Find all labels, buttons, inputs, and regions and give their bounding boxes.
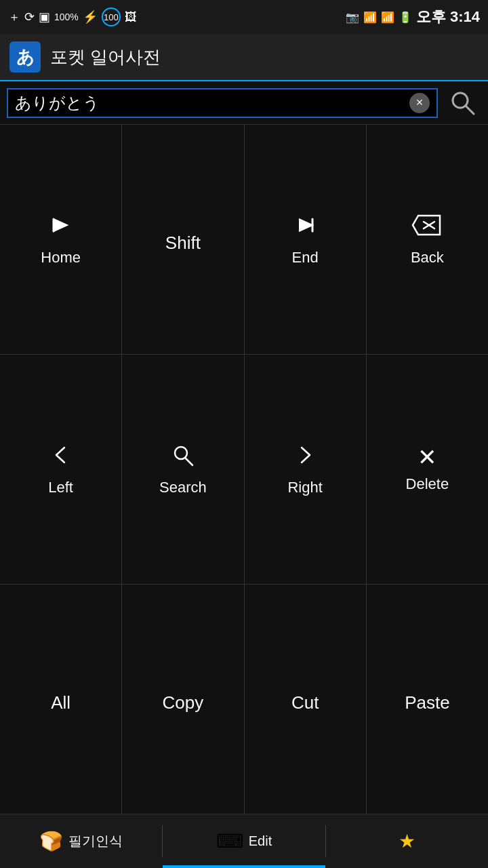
usb-icon: ⚡: [83, 9, 98, 24]
search-bar: ありがとう ×: [0, 81, 488, 125]
paste-key[interactable]: Paste: [367, 585, 488, 814]
left-icon: [48, 442, 74, 472]
camera-icon: 📷: [346, 11, 359, 24]
right-key[interactable]: Right: [245, 355, 366, 584]
paste-label: Paste: [405, 692, 450, 713]
bottom-bar: 🍞 필기인식 ⌨ Edit ★: [0, 814, 488, 868]
wifi-icon: 📶: [363, 11, 377, 24]
app-icon: あ: [9, 41, 41, 73]
circle-100-icon: 100: [102, 7, 121, 26]
battery-icon: 🔋: [399, 11, 412, 24]
home-icon: [48, 212, 74, 242]
tab-edit[interactable]: ⌨ Edit: [163, 814, 325, 868]
svg-line-7: [185, 458, 192, 465]
edit-label: Edit: [249, 833, 272, 849]
search-input-wrapper[interactable]: ありがとう ×: [7, 88, 438, 118]
shift-key[interactable]: Shift: [122, 125, 243, 354]
tab-favorites[interactable]: ★: [326, 814, 488, 868]
sync-icon: ⟳: [24, 9, 35, 24]
left-label: Left: [48, 479, 73, 496]
copy-label: Copy: [163, 692, 204, 713]
keyboard-area: Home Shift End Back Le: [0, 125, 488, 814]
delete-icon: ✕: [418, 446, 436, 469]
end-label: End: [292, 249, 319, 267]
image-icon: 🖼: [125, 10, 137, 24]
status-icons-right: 📷 📶 📶 🔋 오후 3:14: [346, 7, 480, 27]
handwriting-icon: 🍞: [39, 830, 63, 852]
handwriting-label: 필기인식: [68, 832, 123, 850]
clear-button[interactable]: ×: [409, 93, 430, 113]
app-header: あ 포켓 일어사전: [0, 34, 488, 81]
copy-key[interactable]: Copy: [122, 585, 243, 814]
search-key[interactable]: Search: [122, 355, 243, 584]
status-bar: ＋ ⟳ ▣ 100% ⚡ 100 🖼 📷 📶 📶 🔋 오후 3:14: [0, 0, 488, 34]
svg-line-1: [466, 106, 474, 114]
back-key[interactable]: Back: [367, 125, 488, 354]
star-icon: ★: [399, 830, 415, 852]
left-key[interactable]: Left: [0, 355, 121, 584]
all-label: All: [51, 692, 70, 713]
add-icon: ＋: [8, 9, 20, 25]
cut-label: Cut: [291, 692, 319, 713]
tab-handwriting[interactable]: 🍞 필기인식: [0, 814, 162, 868]
back-icon: [410, 212, 444, 242]
signal-icon: 📶: [381, 11, 394, 24]
device-icon: ▣: [39, 9, 50, 24]
cut-key[interactable]: Cut: [245, 585, 366, 814]
search-value: ありがとう: [15, 92, 409, 114]
battery-pct: 100%: [54, 12, 79, 22]
shift-label: Shift: [165, 233, 201, 254]
search-button[interactable]: [445, 85, 481, 121]
end-key[interactable]: End: [245, 125, 366, 354]
back-label: Back: [411, 249, 444, 267]
all-key[interactable]: All: [0, 585, 121, 814]
right-label: Right: [287, 479, 322, 496]
delete-key[interactable]: ✕ Delete: [367, 355, 488, 584]
home-key[interactable]: Home: [0, 125, 121, 354]
time-display: 오후 3:14: [416, 7, 480, 27]
right-icon: [292, 442, 318, 472]
keyboard-icon: ⌨: [216, 830, 243, 852]
search-key-icon: [170, 442, 196, 472]
home-label: Home: [41, 249, 81, 267]
end-icon: [292, 212, 318, 242]
app-title: 포켓 일어사전: [50, 45, 161, 69]
delete-label: Delete: [406, 475, 449, 493]
search-key-label: Search: [159, 479, 207, 496]
status-icons-left: ＋ ⟳ ▣ 100% ⚡ 100 🖼: [8, 7, 137, 26]
